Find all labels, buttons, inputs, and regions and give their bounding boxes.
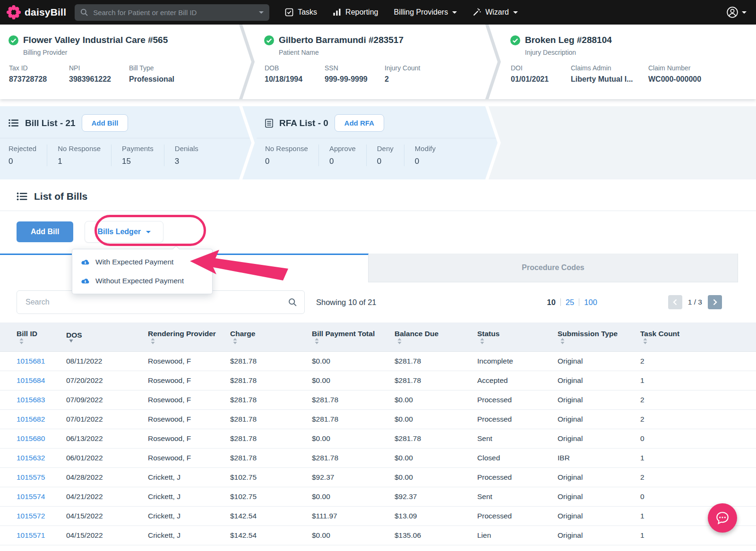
cell-provider: Rosewood, F (148, 390, 230, 410)
field-value: Professional (129, 75, 178, 84)
page-size-10[interactable]: 10 (547, 298, 556, 307)
global-search-input[interactable] (92, 8, 255, 17)
bill-id-link[interactable]: 1015574 (17, 492, 45, 500)
col-balance-due[interactable]: Balance Due (395, 322, 477, 352)
actions-row: Add Bill Bills Ledger (0, 211, 756, 243)
search-dropdown-caret-icon[interactable] (259, 11, 264, 14)
brand-name: daisyBill (25, 7, 66, 18)
chevron-down-icon (146, 231, 151, 233)
brand-logo[interactable]: daisyBill (7, 5, 66, 19)
bill-list-panel: Bill List - 21 Add Bill Rejected 0 No Re… (0, 106, 251, 179)
field-label: Claims Admin (571, 64, 637, 72)
cell-payment: $281.78 (312, 410, 395, 429)
cell-balance: $281.78 (395, 352, 477, 371)
field-label: Bill Type (129, 64, 178, 72)
card-subtitle: Injury Description (525, 49, 756, 56)
table-search-input[interactable] (25, 297, 288, 307)
stat-no-response: No Response 1 (47, 144, 111, 166)
col-label: Submission Type (558, 330, 618, 338)
next-page-button[interactable] (708, 295, 722, 309)
field-label: SSN (325, 64, 373, 72)
bill-id-link[interactable]: 1015684 (17, 376, 45, 384)
context-cards-band: Flower Valley Industrial Care #565 Billi… (0, 25, 756, 99)
field-tax-id: Tax ID 873728728 (9, 64, 58, 84)
cell-payment: $281.78 (312, 449, 395, 468)
cell-submission: Original (558, 487, 640, 507)
page-size-25[interactable]: 25 (566, 298, 574, 307)
col-bill-payment-total[interactable]: Bill Payment Total (312, 322, 395, 352)
bill-id-link[interactable]: 1015575 (17, 473, 45, 481)
cell-charge: $142.54 (230, 507, 312, 526)
col-dos[interactable]: DOS (66, 322, 148, 352)
wand-icon (472, 8, 481, 17)
page-size-100[interactable]: 100 (584, 298, 597, 307)
col-rendering-provider[interactable]: Rendering Provider (148, 322, 230, 352)
col-label: Rendering Provider (148, 330, 216, 338)
list-of-bills-header: List of Bills (0, 179, 756, 211)
card-title[interactable]: Broken Leg #288104 (525, 35, 612, 45)
bill-id-link[interactable]: 1015680 (17, 434, 45, 442)
cell-dos: 08/11/2022 (66, 352, 148, 371)
nav-item-reporting[interactable]: Reporting (333, 8, 378, 17)
nav-item-label: Billing Providers (394, 8, 448, 17)
bill-id-link[interactable]: 1015571 (17, 531, 45, 539)
col-charge[interactable]: Charge (230, 322, 312, 352)
cell-task-count: 2 (640, 410, 756, 429)
stat-value: 1 (58, 157, 101, 166)
cell-payment: $0.00 (312, 352, 395, 371)
menu-item-without-expected-payment[interactable]: Without Expected Payment (72, 271, 212, 290)
bill-id-link[interactable]: 1015681 (17, 357, 45, 365)
col-status[interactable]: Status (477, 322, 558, 352)
nav-item-billing-providers[interactable]: Billing Providers (394, 8, 457, 17)
cell-provider: Crickett, J (148, 487, 230, 507)
field-label: NPI (69, 64, 118, 72)
user-avatar-icon (726, 6, 739, 18)
bills-ledger-label: Bills Ledger (97, 228, 141, 236)
billing-provider-card: Flower Valley Industrial Care #565 Billi… (0, 25, 251, 99)
bills-ledger-button[interactable]: Bills Ledger (85, 221, 163, 243)
add-rfa-button[interactable]: Add RFA (335, 114, 384, 132)
card-title[interactable]: Gilberto Barramundi #283517 (279, 35, 404, 45)
cell-balance: $281.78 (395, 371, 477, 390)
col-label: DOS (66, 331, 82, 339)
nav-item-tasks[interactable]: Tasks (285, 8, 317, 17)
cell-submission: Original (558, 526, 640, 545)
stat-label: Deny (377, 144, 394, 153)
tab-procedure-codes[interactable]: Procedure Codes (369, 254, 738, 282)
cell-provider: Rosewood, F (148, 410, 230, 429)
previous-page-button[interactable] (668, 295, 682, 309)
col-label: Charge (230, 330, 255, 338)
bill-id-link[interactable]: 1015682 (17, 415, 45, 423)
bill-id-link[interactable]: 1015683 (17, 396, 45, 404)
col-bill-id[interactable]: Bill ID (0, 322, 66, 352)
cell-task-count: 1 (640, 449, 756, 468)
account-menu[interactable] (726, 6, 749, 18)
cell-status: Incomplete (477, 352, 558, 371)
nav-item-label: Wizard (485, 8, 509, 17)
table-row: 1015683 07/09/2022 Rosewood, F $281.78 $… (0, 390, 756, 410)
field-value: 3983961222 (69, 75, 118, 84)
cell-provider: Rosewood, F (148, 429, 230, 449)
cell-payment: $0.00 (312, 487, 395, 507)
add-bill-button[interactable]: Add Bill (17, 221, 73, 242)
card-title[interactable]: Flower Valley Industrial Care #565 (23, 35, 168, 45)
chat-button[interactable] (708, 503, 737, 533)
cell-dos: 04/21/2022 (66, 487, 148, 507)
table-row: 1015682 07/01/2022 Rosewood, F $281.78 $… (0, 410, 756, 429)
nav-item-wizard[interactable]: Wizard (472, 8, 518, 17)
cell-provider: Rosewood, F (148, 371, 230, 390)
bill-id-link[interactable]: 1015572 (17, 512, 45, 520)
col-task-count[interactable]: Task Count (640, 322, 756, 352)
cell-submission: Original (558, 429, 640, 449)
bill-id-link[interactable]: 1015632 (17, 454, 45, 462)
chevron-down-icon (742, 11, 747, 14)
nav-item-label: Reporting (345, 8, 378, 17)
menu-item-with-expected-payment[interactable]: With Expected Payment (72, 253, 212, 271)
cell-dos: 06/13/2022 (66, 429, 148, 449)
global-search[interactable] (75, 4, 269, 21)
add-bill-button[interactable]: Add Bill (82, 114, 129, 132)
search-icon[interactable] (288, 298, 297, 306)
cell-status: Closed (477, 449, 558, 468)
field-label: Claim Number (648, 64, 701, 72)
col-submission-type[interactable]: Submission Type (558, 322, 640, 352)
